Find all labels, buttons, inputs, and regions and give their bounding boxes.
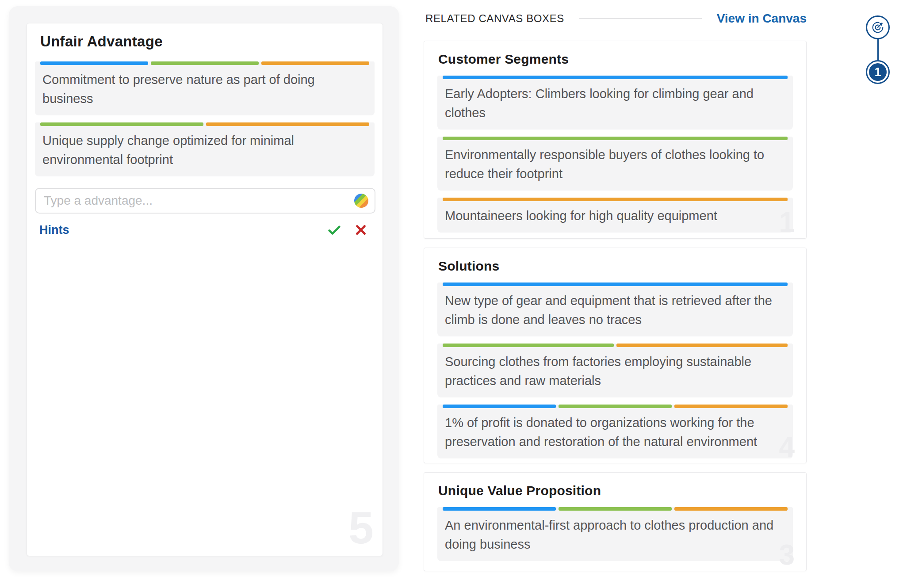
card-item-text: An environmental-first approach to cloth… <box>437 511 793 561</box>
card-item-text: Mountaineers looking for high quality eq… <box>437 201 793 233</box>
card-title: Customer Segments <box>438 52 793 67</box>
box-number-watermark: 5 <box>348 505 374 550</box>
color-bar <box>443 283 788 286</box>
card-item[interactable]: Early Adopters: Climbers looking for cli… <box>437 76 793 130</box>
view-in-canvas-link[interactable]: View in Canvas <box>717 11 807 26</box>
color-picker-icon[interactable] <box>354 194 368 208</box>
unfair-advantage-panel: Unfair Advantage Commitment to preserve … <box>9 6 399 571</box>
box-number-watermark: 3 <box>779 541 795 569</box>
related-header-title: RELATED CANVAS BOXES <box>425 12 564 25</box>
card-item-text: New type of gear and equipment that is r… <box>437 286 793 336</box>
canvas-detail-page: Unfair Advantage Commitment to preserve … <box>0 0 903 588</box>
step-badge[interactable]: 1 <box>866 60 890 84</box>
advantage-item[interactable]: Commitment to preserve nature as part of… <box>35 61 375 115</box>
color-bar <box>443 198 788 201</box>
card-item-text: Environmentally responsible buyers of cl… <box>437 140 793 191</box>
unfair-advantage-card: Unfair Advantage Commitment to preserve … <box>27 23 383 556</box>
check-icon[interactable] <box>327 222 342 237</box>
box-number-watermark: 1 <box>779 208 795 237</box>
card-title: Solutions <box>438 259 793 274</box>
canvas-card-customer-segments: Customer Segments Early Adopters: Climbe… <box>424 41 807 239</box>
card-item[interactable]: Environmentally responsible buyers of cl… <box>437 137 793 191</box>
color-bar <box>40 122 369 126</box>
divider-line <box>579 18 702 19</box>
canvas-card-unique-value-proposition: Unique Value Proposition An environmenta… <box>424 472 807 571</box>
close-icon[interactable] <box>353 222 368 237</box>
color-bar <box>40 61 369 65</box>
panel-title: Unfair Advantage <box>35 33 375 50</box>
card-item[interactable]: 1% of profit is donated to organizations… <box>437 405 793 458</box>
related-canvas-header: RELATED CANVAS BOXES View in Canvas <box>425 11 807 26</box>
card-item-text: Sourcing clothes from factories employin… <box>437 347 793 397</box>
color-bar <box>443 405 788 408</box>
advantage-input[interactable] <box>38 194 354 208</box>
color-bar <box>443 507 788 511</box>
hints-row: Hints <box>39 222 370 237</box>
color-bar <box>443 137 788 140</box>
card-item-text: Early Adopters: Climbers looking for cli… <box>437 79 793 130</box>
canvas-card-solutions: Solutions New type of gear and equipment… <box>424 248 807 463</box>
confirm-cancel-group <box>327 222 370 237</box>
hints-link[interactable]: Hints <box>39 223 69 237</box>
advantage-input-wrapper <box>35 188 375 214</box>
card-item[interactable]: An environmental-first approach to cloth… <box>437 507 793 561</box>
color-bar <box>443 344 788 347</box>
card-title: Unique Value Proposition <box>438 483 793 498</box>
card-item-text: 1% of profit is donated to organizations… <box>437 408 793 458</box>
advantage-item[interactable]: Unique supply change optimized for minim… <box>35 122 375 176</box>
box-number-watermark: 4 <box>779 433 795 461</box>
card-item[interactable]: Mountaineers looking for high quality eq… <box>437 198 793 233</box>
step-target-button[interactable] <box>866 15 890 39</box>
advantage-item-text: Unique supply change optimized for minim… <box>35 126 375 176</box>
bullseye-arrow-icon <box>871 20 885 34</box>
color-bar <box>443 76 788 79</box>
step-number: 1 <box>869 63 887 81</box>
step-connector-line <box>877 39 879 61</box>
card-item[interactable]: New type of gear and equipment that is r… <box>437 283 793 336</box>
card-item[interactable]: Sourcing clothes from factories employin… <box>437 344 793 397</box>
advantage-item-text: Commitment to preserve nature as part of… <box>35 65 375 115</box>
